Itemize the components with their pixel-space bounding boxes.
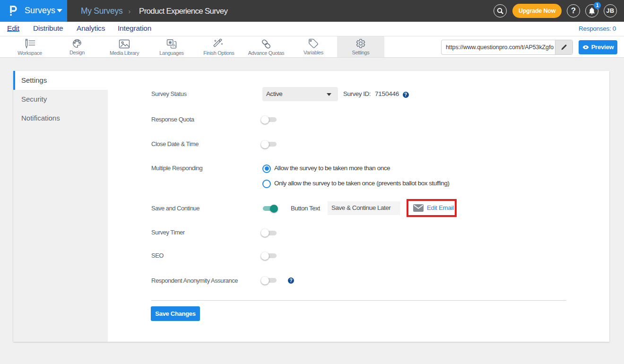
svg-text:A: A bbox=[173, 43, 176, 48]
svg-text:✽: ✽ bbox=[168, 40, 172, 45]
